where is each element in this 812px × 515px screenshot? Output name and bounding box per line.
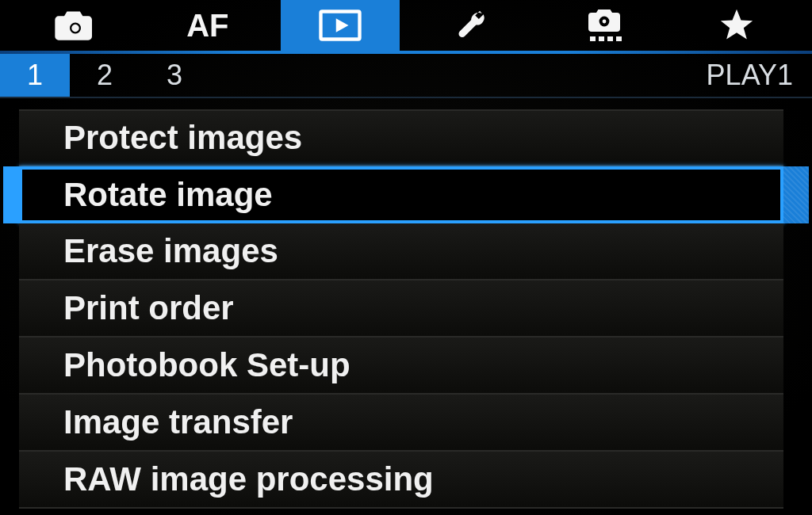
tab-shooting[interactable] bbox=[16, 0, 135, 51]
page-tab-3[interactable]: 3 bbox=[140, 54, 209, 97]
page-name-label: PLAY1 bbox=[707, 59, 812, 92]
tab-custom[interactable] bbox=[545, 0, 664, 51]
svg-point-1 bbox=[73, 25, 78, 30]
camera-icon bbox=[53, 8, 98, 43]
menu-item-raw-processing[interactable]: RAW image processing bbox=[19, 452, 783, 509]
menu-item-print-order[interactable]: Print order bbox=[19, 280, 783, 338]
svg-marker-10 bbox=[721, 10, 753, 40]
camera-sliders-icon bbox=[582, 8, 626, 43]
page-tab-2[interactable]: 2 bbox=[70, 54, 140, 97]
svg-rect-7 bbox=[599, 36, 604, 41]
svg-point-5 bbox=[603, 20, 607, 24]
wrench-icon bbox=[450, 8, 494, 43]
menu-item-photobook-setup[interactable]: Photobook Set-up bbox=[19, 338, 783, 395]
tab-mymenu[interactable] bbox=[677, 0, 796, 51]
top-tab-bar: AF bbox=[0, 0, 812, 51]
menu-item-erase-images[interactable]: Erase images bbox=[19, 223, 783, 280]
menu-item-rotate-image[interactable]: Rotate image bbox=[19, 166, 783, 223]
star-icon bbox=[714, 8, 759, 43]
page-tab-bar: 1 2 3 PLAY1 bbox=[0, 54, 812, 98]
menu-item-image-transfer[interactable]: Image transfer bbox=[19, 395, 783, 452]
svg-marker-3 bbox=[335, 18, 348, 32]
page-tab-1[interactable]: 1 bbox=[0, 54, 70, 97]
menu-list: Protect images Rotate image Erase images… bbox=[0, 98, 812, 515]
tab-playback[interactable] bbox=[281, 0, 400, 51]
tab-autofocus[interactable]: AF bbox=[148, 0, 267, 51]
tab-setup[interactable] bbox=[412, 0, 531, 51]
af-icon: AF bbox=[186, 8, 228, 44]
svg-rect-8 bbox=[607, 36, 613, 41]
svg-rect-9 bbox=[616, 36, 622, 41]
playback-icon bbox=[318, 8, 362, 43]
svg-rect-6 bbox=[590, 36, 596, 41]
menu-item-protect-images[interactable]: Protect images bbox=[19, 109, 783, 166]
camera-menu-screen: AF bbox=[0, 0, 812, 515]
